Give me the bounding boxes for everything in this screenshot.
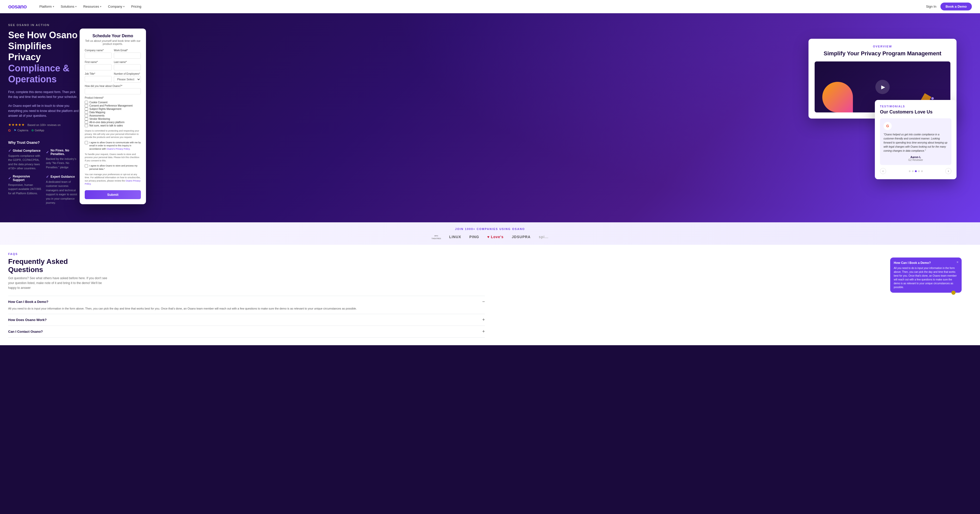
- checkbox-cookie-consent-input[interactable]: [85, 101, 88, 104]
- hero-eyebrow: SEE OSANO IN ACTION: [8, 24, 80, 27]
- checkbox-all-in-one-input[interactable]: [85, 121, 88, 124]
- submit-button[interactable]: Submit: [85, 190, 141, 199]
- hero-desc-2: An Osano expert will be in touch to show…: [8, 103, 80, 118]
- form-row-name: First name* Last name*: [85, 61, 141, 70]
- logos-strip-label: JOIN 1000+ COMPANIES USING OSANO: [8, 227, 972, 230]
- dot-4[interactable]: [918, 170, 920, 172]
- company-name-group: Company name*: [85, 49, 112, 59]
- faq-right: × How Can I Book a Demo? All you need to…: [495, 252, 972, 338]
- trust-item-1: ✓ Global Compliance Supports compliance …: [8, 149, 42, 171]
- last-name-group: Last name*: [114, 61, 141, 70]
- logo-other: spi...: [539, 235, 549, 239]
- play-button[interactable]: [875, 80, 890, 94]
- checkbox-assessments-input[interactable]: [85, 114, 88, 117]
- testimonial-next-button[interactable]: ›: [945, 168, 951, 174]
- checkbox-cookie-consent[interactable]: Cookie Consent: [85, 101, 141, 104]
- manage-prefs-text: You can manage your preferences or opt-o…: [85, 173, 141, 186]
- logo-loves: ♥ Love's: [487, 235, 504, 239]
- checkbox-vendor-monitoring-input[interactable]: [85, 117, 88, 121]
- nav-platform[interactable]: Platform ▾: [37, 3, 56, 10]
- chat-bubble-text: All you need to do is input your informa…: [894, 266, 958, 289]
- num-employees-select[interactable]: Please Select 1-10 11-50 51-200 201-1000…: [114, 76, 141, 82]
- company-name-input[interactable]: [85, 52, 112, 59]
- work-email-input[interactable]: [114, 52, 141, 59]
- last-name-input[interactable]: [114, 64, 141, 70]
- why-trust-section: Why Trust Osano? ✓ Global Compliance Sup…: [8, 141, 80, 205]
- faq-question-2[interactable]: How Does Osano Work? +: [8, 317, 485, 322]
- dot-3[interactable]: [915, 170, 917, 172]
- logo[interactable]: oosano: [8, 3, 27, 10]
- consent-row-1[interactable]: I agree to allow Osano to communicate wi…: [85, 141, 141, 151]
- checkbox-consent-pref-input[interactable]: [85, 104, 88, 107]
- checkbox-all-in-one[interactable]: All-in-one data privacy platform: [85, 121, 141, 124]
- faq-question-3[interactable]: Can I Contact Osano? +: [8, 329, 485, 334]
- faq-toggle-1[interactable]: −: [482, 299, 485, 305]
- testimonial-navigation: ‹ ›: [880, 168, 951, 174]
- dot-1[interactable]: [909, 170, 911, 172]
- logos-strip: JOIN 1000+ COMPANIES USING OSANO amc THE…: [0, 222, 980, 245]
- faq-toggle-3[interactable]: +: [482, 329, 485, 334]
- faq-question-1[interactable]: How Can I Book a Demo? −: [8, 299, 485, 305]
- getapp-badge: ✿ GetApp: [32, 129, 44, 132]
- checkbox-vendor-monitoring[interactable]: Vendor Monitoring: [85, 117, 141, 121]
- privacy-notice-text: Osano is committed to protecting and res…: [85, 129, 141, 139]
- faq-q-text-1: How Can I Book a Demo?: [8, 300, 48, 304]
- company-name-label: Company name*: [85, 49, 112, 52]
- consent-2-text: I agree to allow Osano to store and proc…: [89, 164, 141, 171]
- g2-reviewer-logo: G: [883, 122, 892, 130]
- testimonial-prev-button[interactable]: ‹: [880, 168, 886, 174]
- nav-pricing[interactable]: Pricing: [129, 3, 144, 10]
- checkbox-assessments[interactable]: Assessments: [85, 114, 141, 117]
- dot-5[interactable]: [921, 170, 923, 172]
- checkbox-not-sure-input[interactable]: [85, 124, 88, 127]
- testimonials-eyebrow: TESTIMONIALS: [880, 105, 951, 108]
- form-row-company-email: Company name* Work Email*: [85, 49, 141, 59]
- job-title-input[interactable]: [85, 76, 112, 82]
- capterra-badge: ⚑ Capterra: [14, 129, 28, 132]
- trust-grid: ✓ Global Compliance Supports compliance …: [8, 149, 80, 205]
- faq-item-1: How Can I Book a Demo? − All you need to…: [8, 296, 485, 314]
- hero-content: SEE OSANO IN ACTION See How Osano Simpli…: [8, 24, 972, 205]
- testimonials-card: TESTIMONIALS Our Customers Love Us G "Os…: [875, 100, 956, 179]
- trust-item-3: ✓ Responsive Support Responsive, human s…: [8, 175, 42, 205]
- faq-item-2: How Does Osano Work? +: [8, 314, 485, 325]
- dot-2[interactable]: [912, 170, 914, 172]
- checkbox-srm-input[interactable]: [85, 107, 88, 111]
- nav-solutions[interactable]: Solutions ▾: [58, 3, 79, 10]
- testimonial-author: Aaron L: [883, 155, 948, 159]
- how-hear-input[interactable]: [85, 88, 141, 94]
- sign-in-link[interactable]: Sign In: [926, 5, 936, 8]
- star-rating: ★★★★★: [8, 123, 25, 127]
- nav-company[interactable]: Company ▾: [105, 3, 127, 10]
- logo-amc: amc THEATRES: [431, 234, 441, 240]
- checkbox-data-mapping[interactable]: Data Mapping: [85, 111, 141, 114]
- consent-row-2[interactable]: I agree to allow Osano to store and proc…: [85, 164, 141, 171]
- g2-badge: G: [8, 128, 11, 132]
- checkbox-data-mapping-input[interactable]: [85, 111, 88, 114]
- trust-item-4: ✓ Expert Guidance A dedicated team of cu…: [46, 175, 80, 205]
- reviews-text: Based on 100+ reviews on: [27, 124, 60, 127]
- consent-1-checkbox[interactable]: [85, 141, 88, 144]
- privacy-policy-link-1[interactable]: Osano's Privacy Policy.: [107, 148, 130, 150]
- chat-close-icon[interactable]: ×: [956, 260, 959, 264]
- logos-row: amc THEATRES LINUX PING ♥ Love's JDSUPRA…: [8, 234, 972, 240]
- first-name-group: First name*: [85, 61, 112, 70]
- privacy-policy-link-2[interactable]: Osano Privacy Policy.: [85, 179, 141, 186]
- consent-2-checkbox[interactable]: [85, 164, 88, 168]
- checkbox-not-sure[interactable]: Not sure, want to talk to sales: [85, 124, 141, 127]
- logo-linux: LINUX: [449, 235, 461, 239]
- hero-left: SEE OSANO IN ACTION See How Osano Simpli…: [8, 24, 80, 205]
- nav-resources[interactable]: Resources ▾: [81, 3, 104, 10]
- navigation: oosano Platform ▾ Solutions ▾ Resources …: [0, 0, 980, 13]
- chevron-down-icon: ▾: [100, 5, 101, 8]
- checkbox-srm[interactable]: Subject Rights Management: [85, 107, 141, 111]
- faq-eyebrow: FAQS: [8, 252, 485, 255]
- checkbox-consent-pref[interactable]: Consent and Preference Management: [85, 104, 141, 107]
- first-name-input[interactable]: [85, 64, 112, 70]
- why-trust-title: Why Trust Osano?: [8, 141, 80, 144]
- how-hear-group: How did you hear about Osano?*: [85, 85, 141, 94]
- form-row-job-employees: Job Title* Number of Employees* Please S…: [85, 72, 141, 82]
- chevron-down-icon: ▾: [123, 5, 124, 8]
- faq-toggle-2[interactable]: +: [482, 317, 485, 322]
- book-demo-nav-button[interactable]: Book a Demo: [940, 3, 972, 10]
